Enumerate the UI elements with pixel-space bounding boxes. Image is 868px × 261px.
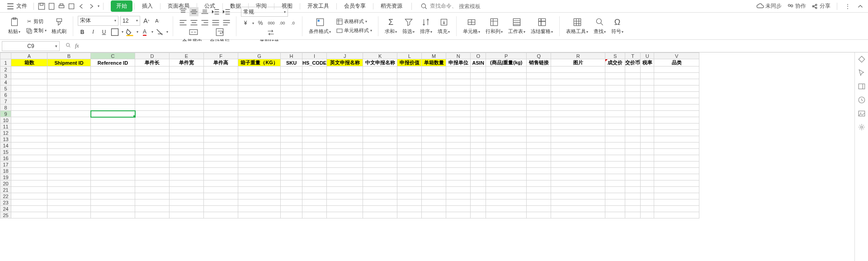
cell-J23[interactable] [327, 199, 363, 206]
row-header-7[interactable]: 7 [0, 98, 11, 104]
cell-M9[interactable] [422, 111, 446, 117]
col-header-G[interactable]: G [238, 53, 281, 59]
cell-I13[interactable] [302, 136, 327, 142]
print-preview-icon[interactable] [47, 2, 56, 10]
cell-O14[interactable] [471, 142, 486, 149]
cell-S13[interactable] [605, 136, 625, 142]
cell-I5[interactable] [302, 85, 327, 92]
cell-B25[interactable] [47, 212, 91, 218]
cell-V10[interactable] [654, 117, 699, 123]
cell-S8[interactable] [605, 104, 625, 111]
col-header-V[interactable]: V [654, 53, 699, 59]
distribute-button[interactable] [222, 18, 231, 27]
col-header-C[interactable]: C [91, 53, 135, 59]
cell-P5[interactable] [486, 85, 527, 92]
cell-S20[interactable] [605, 180, 625, 187]
cell-I9[interactable] [302, 111, 327, 117]
cell-T17[interactable] [625, 161, 641, 168]
cell-C8[interactable] [91, 104, 135, 111]
cell-R22[interactable] [551, 193, 605, 199]
cell-R17[interactable] [551, 161, 605, 168]
cell-O4[interactable] [471, 79, 486, 85]
decrease-decimal-button[interactable]: .0 [288, 19, 297, 28]
cell-A21[interactable] [11, 187, 47, 193]
row-header-9[interactable]: 9 [0, 111, 11, 117]
search-area[interactable]: 查找命令、 [420, 2, 513, 10]
cell-B2[interactable] [47, 66, 91, 73]
decrease-font-button[interactable]: A- [153, 16, 162, 25]
cell-O6[interactable] [471, 92, 486, 98]
cell-I7[interactable] [302, 98, 327, 104]
cell-U2[interactable] [641, 66, 654, 73]
cell-G5[interactable] [238, 85, 281, 92]
clock-icon[interactable] [858, 96, 866, 104]
cell-R4[interactable] [551, 79, 605, 85]
cell-M14[interactable] [422, 142, 446, 149]
cell-B11[interactable] [47, 123, 91, 130]
cell-N13[interactable] [446, 136, 471, 142]
cell-L15[interactable] [397, 149, 422, 155]
cell-K6[interactable] [363, 92, 397, 98]
cell-F5[interactable] [204, 85, 238, 92]
cell-A23[interactable] [11, 199, 47, 206]
cell-P14[interactable] [486, 142, 527, 149]
cell-K4[interactable] [363, 79, 397, 85]
cell-G11[interactable] [238, 123, 281, 130]
search-input[interactable] [459, 3, 513, 9]
cell-U11[interactable] [641, 123, 654, 130]
underline-button[interactable]: U [99, 28, 108, 37]
font-name-select[interactable]: 宋体▾ [78, 16, 118, 26]
row-header-17[interactable]: 17 [0, 161, 11, 168]
cell-Q8[interactable] [527, 104, 551, 111]
cell-M23[interactable] [422, 199, 446, 206]
cell-I11[interactable] [302, 123, 327, 130]
cell-Q21[interactable] [527, 187, 551, 193]
cell-U18[interactable] [641, 168, 654, 174]
cell-N19[interactable] [446, 174, 471, 180]
cell-P12[interactable] [486, 130, 527, 136]
header-cell[interactable]: SKU [281, 59, 302, 66]
cell-V14[interactable] [654, 142, 699, 149]
cell-E18[interactable] [170, 168, 204, 174]
cell-A9[interactable] [11, 111, 47, 117]
cell-P3[interactable] [486, 73, 527, 79]
rowcol-button[interactable]: 行和列▾ [484, 17, 505, 35]
cell-T15[interactable] [625, 149, 641, 155]
cell-N4[interactable] [446, 79, 471, 85]
cell-N10[interactable] [446, 117, 471, 123]
cell-M7[interactable] [422, 98, 446, 104]
cell-I20[interactable] [302, 180, 327, 187]
increase-indent-button[interactable] [222, 7, 231, 16]
cell-D19[interactable] [135, 174, 170, 180]
expand-fx-icon[interactable] [65, 42, 71, 50]
cell-H18[interactable] [281, 168, 302, 174]
cell-R20[interactable] [551, 180, 605, 187]
cell-M19[interactable] [422, 174, 446, 180]
cell-N25[interactable] [446, 212, 471, 218]
cell-K12[interactable] [363, 130, 397, 136]
cell-B8[interactable] [47, 104, 91, 111]
align-bottom-button[interactable] [200, 7, 209, 16]
cell-H4[interactable] [281, 79, 302, 85]
cell-G22[interactable] [238, 193, 281, 199]
cell-F21[interactable] [204, 187, 238, 193]
cell-S24[interactable] [605, 206, 625, 212]
cell-L24[interactable] [397, 206, 422, 212]
cell-A11[interactable] [11, 123, 47, 130]
cell-H15[interactable] [281, 149, 302, 155]
cell-N16[interactable] [446, 155, 471, 161]
cell-I2[interactable] [302, 66, 327, 73]
cell-R19[interactable] [551, 174, 605, 180]
header-cell[interactable]: ASIN [471, 59, 486, 66]
cell-O3[interactable] [471, 73, 486, 79]
cell-P15[interactable] [486, 149, 527, 155]
cell-K23[interactable] [363, 199, 397, 206]
cell-T20[interactable] [625, 180, 641, 187]
cell-P21[interactable] [486, 187, 527, 193]
row-header-24[interactable]: 24 [0, 206, 11, 212]
cell-G21[interactable] [238, 187, 281, 193]
cell-J8[interactable] [327, 104, 363, 111]
header-cell[interactable]: 图片 [551, 59, 605, 66]
image-icon[interactable] [858, 109, 866, 118]
cell-K14[interactable] [363, 142, 397, 149]
